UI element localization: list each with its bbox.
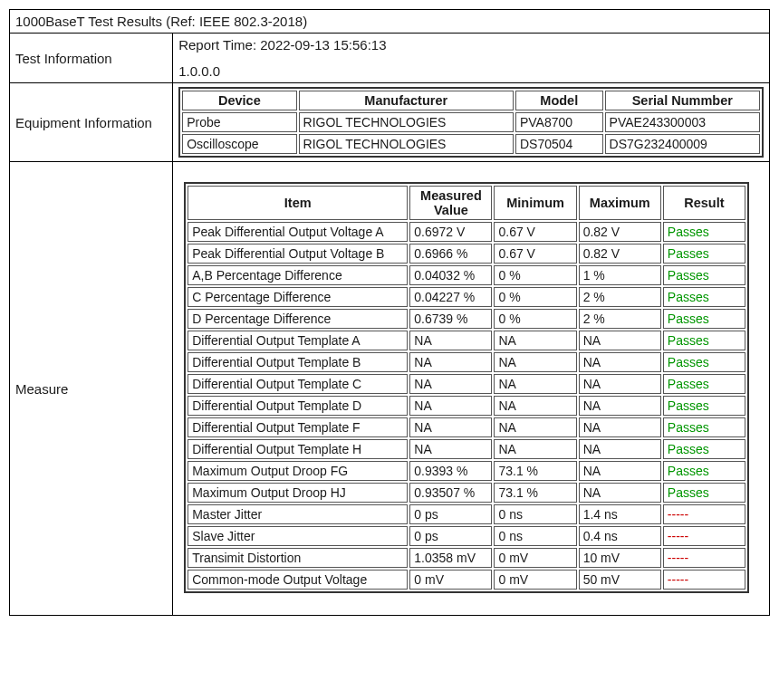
- table-row: Differential Output Template DNANANAPass…: [188, 396, 745, 416]
- equipment-cell-serial: DS7G232400009: [605, 134, 760, 154]
- equipment-cell-manufacturer: RIGOL TECHNOLOGIES: [299, 134, 514, 154]
- table-row: OscilloscopeRIGOL TECHNOLOGIESDS70504DS7…: [182, 134, 760, 154]
- measure-cell-result: Passes: [663, 309, 745, 329]
- measure-cell-result: Passes: [663, 265, 745, 285]
- measure-cell-item: Peak Differential Output Voltage A: [188, 222, 408, 242]
- measure-cell-min: 0 ns: [494, 504, 576, 524]
- measure-cell-item: Differential Output Template D: [188, 396, 408, 416]
- measure-cell-result: Passes: [663, 331, 745, 350]
- table-row: Maximum Output Droop HJ0.93507 %73.1 %NA…: [188, 483, 745, 503]
- measure-cell-measured: 0.6966 %: [409, 244, 492, 264]
- measure-cell-max: NA: [579, 396, 661, 416]
- table-row: Common-mode Output Voltage0 mV0 mV50 mV-…: [188, 570, 745, 590]
- measure-cell-min: 0 ns: [494, 526, 576, 546]
- measure-cell-max: NA: [579, 374, 661, 394]
- report-title: 1000BaseT Test Results (Ref: IEEE 802.3-…: [10, 10, 770, 34]
- equipment-header-manufacturer: Manufacturer: [299, 91, 514, 110]
- measure-cell-measured: NA: [409, 374, 492, 394]
- measure-cell-min: 0 mV: [494, 548, 576, 568]
- table-row: Transimit Distortion1.0358 mV0 mV10 mV--…: [188, 548, 745, 568]
- measure-cell-item: Differential Output Template F: [188, 417, 408, 437]
- equipment-cell-device: Oscilloscope: [182, 134, 296, 154]
- table-row: Differential Output Template BNANANAPass…: [188, 352, 745, 372]
- measure-cell-max: NA: [579, 439, 661, 459]
- measure-cell-max: 0.82 V: [579, 222, 661, 242]
- measure-cell-max: NA: [579, 483, 661, 503]
- measure-cell-item: Transimit Distortion: [188, 548, 408, 568]
- measure-cell-measured: 0.04227 %: [409, 287, 492, 307]
- measure-cell-result: -----: [663, 504, 745, 524]
- measure-cell-min: 0.67 V: [494, 222, 576, 242]
- report-table: 1000BaseT Test Results (Ref: IEEE 802.3-…: [9, 9, 770, 616]
- measure-cell-item: Slave Jitter: [188, 526, 408, 546]
- measure-cell-item: Differential Output Template H: [188, 439, 408, 459]
- measure-cell-max: 2 %: [579, 309, 661, 329]
- table-row: Differential Output Template FNANANAPass…: [188, 417, 745, 437]
- table-row: Master Jitter0 ps0 ns1.4 ns-----: [188, 504, 745, 524]
- table-row: Differential Output Template CNANANAPass…: [188, 374, 745, 394]
- measure-cell-result: Passes: [663, 483, 745, 503]
- measure-cell-measured: NA: [409, 439, 492, 459]
- measure-cell-max: 0.82 V: [579, 244, 661, 264]
- measure-cell-min: 0 mV: [494, 570, 576, 590]
- measure-cell-measured: 0.93507 %: [409, 483, 492, 503]
- measure-cell-max: 0.4 ns: [579, 526, 661, 546]
- equipment-cell-manufacturer: RIGOL TECHNOLOGIES: [299, 112, 514, 132]
- measure-cell-item: Peak Differential Output Voltage B: [188, 244, 408, 264]
- table-row: Maximum Output Droop FG0.9393 %73.1 %NAP…: [188, 461, 745, 481]
- measure-cell-min: NA: [494, 352, 576, 372]
- measure-cell-measured: 0 mV: [409, 570, 492, 590]
- measure-cell: Item Measured Value Minimum Maximum Resu…: [173, 162, 770, 616]
- measure-cell-measured: 0 ps: [409, 526, 492, 546]
- measure-cell-result: Passes: [663, 439, 745, 459]
- measure-header-result: Result: [663, 186, 745, 220]
- measure-cell-result: Passes: [663, 374, 745, 394]
- measure-cell-result: -----: [663, 570, 745, 590]
- measure-cell-measured: 1.0358 mV: [409, 548, 492, 568]
- measure-cell-result: Passes: [663, 244, 745, 264]
- measure-cell-item: Master Jitter: [188, 504, 408, 524]
- measure-cell-measured: 0 ps: [409, 504, 492, 524]
- measure-cell-max: 2 %: [579, 287, 661, 307]
- measure-cell-result: Passes: [663, 461, 745, 481]
- table-row: Peak Differential Output Voltage B0.6966…: [188, 244, 745, 264]
- measure-cell-result: Passes: [663, 287, 745, 307]
- measure-cell-measured: 0.6739 %: [409, 309, 492, 329]
- measure-cell-min: NA: [494, 374, 576, 394]
- measure-header-measured: Measured Value: [409, 186, 492, 220]
- measure-cell-item: Maximum Output Droop HJ: [188, 483, 408, 503]
- table-row: ProbeRIGOL TECHNOLOGIESPVA8700PVAE243300…: [182, 112, 760, 132]
- measure-cell-max: NA: [579, 461, 661, 481]
- measure-cell-min: NA: [494, 396, 576, 416]
- measure-cell-min: 0.67 V: [494, 244, 576, 264]
- measure-cell-min: NA: [494, 417, 576, 437]
- measure-cell-measured: 0.6972 V: [409, 222, 492, 242]
- measure-header-max: Maximum: [579, 186, 661, 220]
- measure-cell-max: 1.4 ns: [579, 504, 661, 524]
- equipment-header-device: Device: [182, 91, 296, 110]
- measure-cell-result: Passes: [663, 417, 745, 437]
- equipment-info-label: Equipment Information: [10, 83, 173, 162]
- measure-cell-item: Differential Output Template B: [188, 352, 408, 372]
- measure-cell-measured: 0.04032 %: [409, 265, 492, 285]
- measure-cell-result: Passes: [663, 352, 745, 372]
- measure-cell-max: 50 mV: [579, 570, 661, 590]
- measure-cell-measured: NA: [409, 331, 492, 350]
- equipment-cell-device: Probe: [182, 112, 296, 132]
- measure-cell-item: Differential Output Template A: [188, 331, 408, 350]
- measure-cell-result: Passes: [663, 396, 745, 416]
- test-info-label: Test Information: [10, 34, 173, 83]
- measure-cell-min: 73.1 %: [494, 483, 576, 503]
- measure-cell-result: Passes: [663, 222, 745, 242]
- equipment-info-cell: Device Manufacturer Model Serial Nummber…: [173, 83, 770, 162]
- equipment-table: Device Manufacturer Model Serial Nummber…: [178, 87, 764, 158]
- measure-cell-item: Differential Output Template C: [188, 374, 408, 394]
- equipment-cell-serial: PVAE243300003: [605, 112, 760, 132]
- equipment-cell-model: PVA8700: [515, 112, 603, 132]
- table-row: Differential Output Template HNANANAPass…: [188, 439, 745, 459]
- table-row: D Percentage Difference0.6739 %0 %2 %Pas…: [188, 309, 745, 329]
- measure-cell-min: NA: [494, 439, 576, 459]
- measure-cell-measured: NA: [409, 352, 492, 372]
- measure-cell-min: 0 %: [494, 265, 576, 285]
- measure-cell-max: 1 %: [579, 265, 661, 285]
